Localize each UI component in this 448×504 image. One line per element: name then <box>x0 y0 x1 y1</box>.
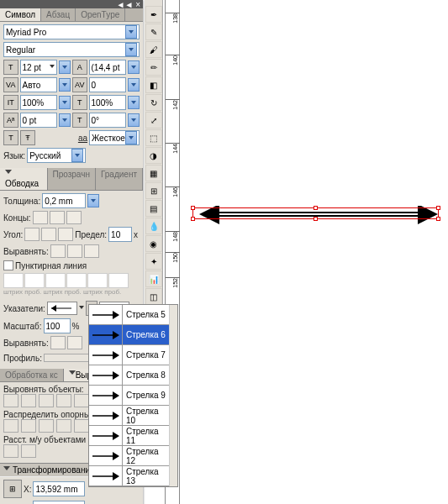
kerning-input[interactable]: Авто <box>20 77 58 92</box>
tab-symbol[interactable]: Символ <box>0 8 41 21</box>
hscale-input[interactable]: 100% <box>89 95 127 110</box>
corner-bevel-button[interactable] <box>58 228 73 241</box>
pencil-tool-icon[interactable]: ✏ <box>145 59 162 76</box>
add-anchor-icon[interactable]: ✎ <box>145 24 162 40</box>
mesh-tool-icon[interactable]: ⊞ <box>145 182 162 199</box>
baseline-input[interactable]: 0 pt <box>20 113 58 128</box>
arrowhead-option[interactable]: Стрелка 6 <box>89 325 169 345</box>
arrowhead-start-select[interactable] <box>47 302 77 315</box>
spacing-v-button[interactable] <box>21 444 36 458</box>
scale-tool-icon[interactable]: ⤢ <box>145 112 162 129</box>
miter-limit-input[interactable]: 10 <box>108 227 132 242</box>
kerning-step[interactable] <box>59 78 71 92</box>
arrowhead-option[interactable]: Стрелка 12 <box>89 446 169 466</box>
selection-handle[interactable] <box>314 217 318 221</box>
arrowhead-option[interactable]: Стрелка 9 <box>89 386 169 406</box>
arrowhead-option[interactable]: Стрелка 11 <box>89 426 169 446</box>
rotation-step[interactable] <box>128 113 140 127</box>
cap-butt-button[interactable] <box>33 211 48 224</box>
arrowhead-option[interactable]: Стрелка 10 <box>89 406 169 426</box>
reference-point-icon[interactable]: ⊞ <box>3 480 22 498</box>
arrowhead-align-tip-button[interactable] <box>67 336 82 349</box>
selection-handle[interactable] <box>191 217 195 221</box>
arrowhead-option[interactable]: Стрелка 8 <box>89 365 169 386</box>
align-outside-button[interactable] <box>84 244 99 258</box>
corner-round-button[interactable] <box>41 228 56 241</box>
spacing-h-button[interactable] <box>3 444 18 458</box>
weight-input[interactable]: 0,2 mm <box>42 193 86 208</box>
selection-handle[interactable] <box>191 206 195 210</box>
tab-transparency[interactable]: Прозрачн <box>48 168 96 190</box>
dist-top-button[interactable] <box>3 419 18 433</box>
arrowhead-option[interactable]: Стрелка 13 <box>89 466 169 486</box>
tracking-input[interactable]: 0 <box>89 77 127 92</box>
align-center-button[interactable] <box>50 244 66 258</box>
perspective-tool-icon[interactable]: ▦ <box>145 165 162 181</box>
cap-square-button[interactable] <box>66 211 82 224</box>
cap-round-button[interactable] <box>50 211 65 224</box>
tab-gradient[interactable]: Градиент <box>96 168 143 190</box>
baseline-step[interactable] <box>59 113 71 127</box>
shape-builder-icon[interactable]: ◑ <box>145 147 162 164</box>
dash-field[interactable] <box>87 273 108 288</box>
hscale-step[interactable] <box>128 96 140 109</box>
x-input[interactable]: 13,592 mm <box>33 481 85 496</box>
align-right-button[interactable] <box>39 394 54 407</box>
leading-step[interactable] <box>128 60 140 74</box>
dist-hcenter-button[interactable] <box>74 419 89 433</box>
dropdown-scrollbar[interactable] <box>169 305 177 486</box>
arrowhead-option[interactable]: Стрелка 5 <box>89 305 169 325</box>
tab-pathfinder[interactable]: Обработка кс <box>0 369 64 381</box>
tab-paragraph[interactable]: Абзац <box>41 8 76 21</box>
vscale-input[interactable]: 100% <box>20 95 58 110</box>
underline-icon[interactable]: T <box>3 130 18 145</box>
y-input[interactable]: 146,845 mm <box>33 501 85 504</box>
selection-handle[interactable] <box>314 206 318 210</box>
panel-collapse-bar[interactable]: ◄◄ × <box>0 0 143 8</box>
tab-stroke[interactable]: Обводка <box>0 168 48 190</box>
gradient-tool-icon[interactable]: ▤ <box>145 200 162 217</box>
dist-left-button[interactable] <box>56 419 71 433</box>
corner-miter-button[interactable] <box>24 228 40 241</box>
weight-step[interactable] <box>87 194 99 207</box>
artboard-tool-icon[interactable]: ◫ <box>145 288 162 305</box>
align-hcenter-button[interactable] <box>21 394 36 407</box>
align-vcenter-button[interactable] <box>74 394 89 407</box>
arrowhead-option[interactable]: Стрелка 7 <box>89 345 169 365</box>
symbol-sprayer-icon[interactable]: ✦ <box>145 253 162 270</box>
align-top-button[interactable] <box>56 394 71 407</box>
dash-field[interactable] <box>108 273 129 288</box>
strikethrough-icon[interactable]: Ŧ <box>20 130 35 145</box>
font-family-select[interactable]: Myriad Pro <box>3 24 140 39</box>
dash-field[interactable] <box>45 273 66 288</box>
tab-opentype[interactable]: OpenType <box>76 8 125 21</box>
dash-field[interactable] <box>3 273 24 288</box>
rotation-input[interactable]: 0° <box>89 113 127 128</box>
brush-tool-icon[interactable]: 🖌 <box>145 41 162 58</box>
vscale-step[interactable] <box>59 96 71 109</box>
dist-vcenter-button[interactable] <box>21 419 36 433</box>
tracking-step[interactable] <box>128 78 140 92</box>
arrowhead-scale-input[interactable]: 100 <box>44 318 71 333</box>
selection-handle[interactable] <box>436 217 440 221</box>
language-select[interactable]: Русский <box>27 148 86 163</box>
dash-field[interactable] <box>66 273 87 288</box>
width-tool-icon[interactable]: ⬚ <box>145 129 162 146</box>
font-size-input[interactable]: 12 pt <box>20 60 58 75</box>
pen-tool-icon[interactable]: ✒ <box>145 6 162 23</box>
font-style-select[interactable]: Regular <box>3 42 140 57</box>
selection-handle[interactable] <box>436 206 440 210</box>
dist-bottom-button[interactable] <box>39 419 54 433</box>
font-size-step[interactable] <box>59 60 71 74</box>
eyedropper-tool-icon[interactable]: 💧 <box>145 218 162 234</box>
blend-tool-icon[interactable]: ◉ <box>145 235 162 252</box>
align-left-button[interactable] <box>3 394 18 407</box>
leading-input[interactable]: (14,4 pt <box>89 60 127 75</box>
eraser-tool-icon[interactable]: ◧ <box>145 76 162 93</box>
dash-field[interactable] <box>24 273 45 288</box>
dashed-line-checkbox[interactable] <box>3 260 13 270</box>
align-inside-button[interactable] <box>67 244 82 258</box>
arrowhead-align-extend-button[interactable] <box>50 336 66 349</box>
graph-tool-icon[interactable]: 📊 <box>145 270 162 287</box>
rotate-tool-icon[interactable]: ↻ <box>145 94 162 111</box>
